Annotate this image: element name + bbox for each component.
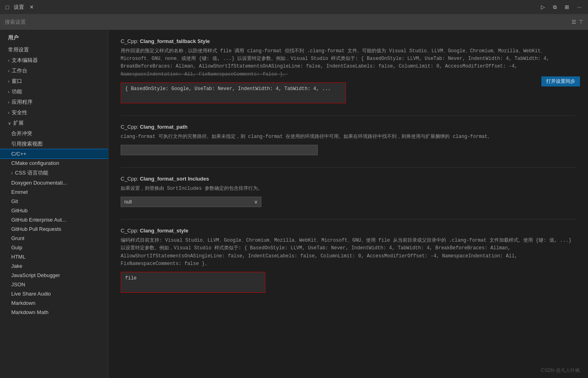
filter-icon[interactable]: ☰ [572,19,576,25]
setting-bold-3: Clang_format_sort Includes [140,176,209,182]
setting-prefix-4: C_Cpp: [121,228,140,234]
sidebar-label-markdown: Markdown [11,300,35,306]
divider-2 [121,167,576,168]
setting-desc-fallback-style: 用作回退的预定义样式的名称，以防使用样式 file 调用 clang-forma… [121,47,576,78]
sidebar-label-css-lang: CSS 语言功能 [15,169,48,177]
setting-desc-strikethrough-1: NamespaceIndentation: All, FixNamespaceC… [121,72,288,77]
sidebar-item-extensions[interactable]: ∨ 扩展 [0,118,108,128]
sidebar-item-grunt[interactable]: Grunt [0,234,108,243]
setting-title-sort-includes: C_Cpp: Clang_format_sort Includes [121,176,576,182]
sidebar-section: 常用设置 › 文本编辑器 › 工作台 › 窗口 › 功能 › 应用程序 [0,44,108,318]
sidebar-item-github-enterprise[interactable]: GitHub Enterprise Aut... [0,215,108,224]
setting-title-fallback-style: C_Cpp: Clang_format_fallback Style [121,38,576,44]
chevron-right-icon: › [8,90,9,94]
sidebar-item-js-debugger[interactable]: JavaScript Debugger [0,271,108,280]
sidebar-label-merge-conflict: 合并冲突 [11,130,32,137]
sidebar-item-markdown[interactable]: Markdown [0,298,108,308]
sidebar-item-json[interactable]: JSON [0,280,108,289]
more-icon[interactable]: ··· [575,2,584,12]
setting-prefix-2: C_Cpp: [121,124,140,130]
sidebar-item-github-pull[interactable]: GitHub Pull Requests [0,224,108,234]
title-bar-left: □ 设置 × [4,3,36,12]
maximize-icon[interactable]: ⊞ [562,2,572,12]
sidebar-item-git[interactable]: Git [0,197,108,206]
settings-icon: □ [4,4,10,10]
sidebar-label-cmake: CMake configuration [11,160,59,166]
sidebar-item-github[interactable]: GitHub [0,206,108,215]
sidebar-label-window: 窗口 [12,78,22,85]
content-area: C_Cpp: Clang_format_fallback Style 用作回退的… [109,30,588,378]
main-layout: 用户 常用设置 › 文本编辑器 › 工作台 › 窗口 › 功能 › [0,30,588,378]
sidebar-item-text-editor[interactable]: › 文本编辑器 [0,55,108,66]
sidebar-item-css-lang[interactable]: › CSS 语言功能 [0,168,108,178]
title-bar: □ 设置 × ▷ ⧉ ⊞ ··· [0,0,588,14]
sidebar-item-doxygen[interactable]: Doxygen Documentati... [0,178,108,187]
chevron-down-icon: ∨ [8,121,11,125]
sidebar-label-js-debugger: JavaScript Debugger [11,272,60,278]
sidebar-item-merge-conflict[interactable]: 合并冲突 [0,128,108,139]
sort-icon[interactable]: ⊤ [579,19,583,25]
setting-dropdown-sort-includes[interactable]: null ∨ [121,197,261,207]
sidebar-label-doxygen: Doxygen Documentati... [11,180,67,186]
setting-input-format-path[interactable] [121,145,318,155]
open-sync-button[interactable]: 打开设置同步 [541,76,580,86]
search-input[interactable] [5,19,572,25]
code-value-4: file [125,275,137,281]
sidebar-label-json: JSON [11,281,25,288]
sidebar-item-workspace[interactable]: › 工作台 [0,66,108,76]
sidebar-item-ref-search[interactable]: 引用搜索视图 [0,139,108,149]
sidebar-label-emmet: Emmet [11,189,28,195]
sidebar-item-jake[interactable]: Jake [0,261,108,271]
sidebar-label-html: HTML [11,254,25,260]
setting-desc-sort-includes: 如果设置，则替换由 SortIncludes 参数确定的包含排序行为。 [121,185,576,193]
divider-1 [121,115,576,116]
setting-bold-1: Clang_format_fallback Style [140,38,210,44]
sidebar-label-text-editor: 文本编辑器 [12,57,38,64]
restore-icon[interactable]: ⧉ [551,2,559,12]
sidebar-label-live-share-audio: Live Share Audio [11,291,51,297]
setting-bold-2: Clang_format_path [140,124,187,130]
code-value-1: { BasedOnStyle: Google, UseTab: Never, I… [125,86,331,92]
title-bar-title: 设置 [14,4,24,11]
setting-input-format-style[interactable]: file [121,272,265,293]
sidebar-label-github-enterprise: GitHub Enterprise Aut... [11,217,66,223]
setting-desc-format-path: clang-format 可执行文件的完整路径。如果未指定，则 clang-fo… [121,133,576,141]
watermark: CSDN @凡人叶枫 [541,367,580,374]
sidebar-item-html[interactable]: HTML [0,252,108,261]
chevron-right-icon: › [8,100,9,105]
sidebar-item-security[interactable]: › 安全性 [0,107,108,118]
sidebar-label-security: 安全性 [12,109,27,116]
setting-input-fallback-style[interactable]: { BasedOnStyle: Google, UseTab: Never, I… [121,82,346,103]
sidebar-item-common[interactable]: 常用设置 [0,45,108,55]
sidebar-item-window[interactable]: › 窗口 [0,76,108,86]
content-wrapper: 打开设置同步 C_Cpp: Clang_format_fallback Styl… [109,30,588,378]
sidebar-item-markdown-math[interactable]: Markdown Math [0,308,108,317]
chevron-right-icon: › [8,111,9,115]
sidebar-item-cpp[interactable]: C/C++ [0,149,108,158]
sidebar-item-gulp[interactable]: Gulp [0,243,108,252]
sidebar-item-apps[interactable]: › 应用程序 [0,97,108,107]
search-bar: ☰ ⊤ [0,14,588,30]
sidebar: 用户 常用设置 › 文本编辑器 › 工作台 › 窗口 › 功能 › [0,30,109,378]
sidebar-label-workspace: 工作台 [12,67,27,74]
chevron-right-icon: › [11,171,12,175]
search-icons: ☰ ⊤ [572,19,583,25]
setting-prefix-1: C_Cpp: [121,38,140,44]
run-icon[interactable]: ▷ [539,2,547,12]
sidebar-item-emmet[interactable]: Emmet [0,187,108,197]
setting-prefix-3: C_Cpp: [121,176,140,182]
close-tab-button[interactable]: × [27,3,36,12]
sidebar-label-common: 常用设置 [8,46,29,53]
sidebar-item-cmake[interactable]: CMake configuration [0,158,108,168]
sidebar-item-features[interactable]: › 功能 [0,86,108,97]
dropdown-chevron-icon: ∨ [254,199,258,205]
setting-desc-format-style: 编码样式目前支持: Visual Studio、LLVM、Google、Chro… [121,237,576,268]
divider-3 [121,219,576,220]
chevron-right-icon: › [8,69,9,73]
sidebar-item-live-share-audio[interactable]: Live Share Audio [0,289,108,298]
setting-title-format-style: C_Cpp: Clang_format_style [121,228,576,234]
sidebar-label-ref-search: 引用搜索视图 [11,140,43,148]
sidebar-label-jake: Jake [11,263,22,269]
sidebar-user-header: 用户 [0,30,108,44]
setting-title-format-path: C_Cpp: Clang_format_path [121,124,576,130]
